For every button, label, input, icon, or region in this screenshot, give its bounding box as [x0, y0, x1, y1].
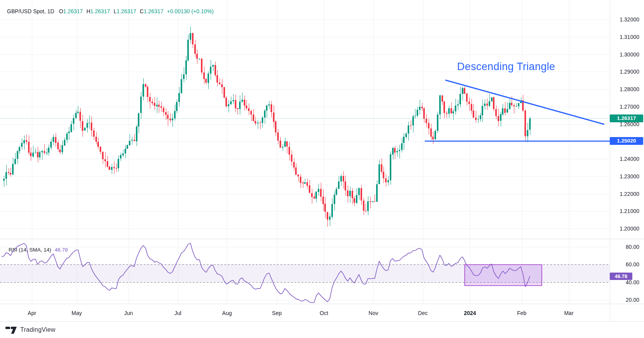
- price-tick-label: 1.30000: [592, 52, 639, 57]
- tradingview-logo-icon: [5, 326, 17, 334]
- price-tick-label: 1.28000: [592, 86, 639, 92]
- ohlc-token: O1.26317: [59, 8, 83, 14]
- rsi-tick-label: 80.00: [592, 244, 639, 250]
- rsi-value: 46.78: [55, 247, 68, 253]
- last-price-badge: 1.26317: [610, 114, 643, 122]
- brand-name: TradingView: [20, 326, 55, 333]
- time-tick-label: 2024: [464, 310, 476, 316]
- rsi-tick-label: 20.00: [592, 297, 639, 303]
- price-tick-label: 1.32000: [592, 17, 639, 22]
- rsi-tick-label: 40.00: [592, 280, 639, 285]
- time-tick-label: Apr: [28, 310, 36, 316]
- price-tick-label: 1.29000: [592, 69, 639, 74]
- price-tick-label: 1.31000: [592, 34, 639, 40]
- footer-logo[interactable]: TradingView: [5, 325, 55, 334]
- time-tick-label: Sep: [272, 310, 282, 316]
- symbol-title[interactable]: GBP/USD Spot, 1D: [7, 8, 54, 14]
- time-tick-label: Nov: [369, 310, 378, 316]
- time-tick-label: Aug: [222, 310, 232, 316]
- rsi-legend: RSI (14, SMA, 14)46.78: [9, 247, 68, 253]
- price-tick-label: 1.20000: [592, 226, 639, 231]
- time-tick-label: Jul: [174, 310, 181, 316]
- price-tick-label: 1.21000: [592, 208, 639, 214]
- price-tick-label: 1.22000: [592, 191, 639, 197]
- price-tick-label: 1.27000: [592, 104, 639, 109]
- time-tick-label: Jun: [124, 310, 133, 316]
- ohlc-token: L1.26317: [114, 8, 136, 14]
- support-price-badge: 1.25020: [610, 137, 643, 145]
- rsi-indicator-label[interactable]: RSI (14, SMA, 14): [9, 247, 51, 253]
- chart-canvas[interactable]: [0, 0, 644, 338]
- ohlc-token: H1.26317: [86, 8, 110, 14]
- price-tick-label: 1.24000: [592, 156, 639, 162]
- ohlc-token: C1.26317: [140, 8, 164, 14]
- time-tick-label: Dec: [418, 310, 428, 316]
- tradingview-chart: GBP/USD Spot, 1DO1.26317H1.26317L1.26317…: [0, 0, 644, 338]
- descending-triangle-label[interactable]: Descending Triangle: [457, 61, 555, 73]
- price-tick-label: 1.23000: [592, 174, 639, 179]
- time-tick-label: Feb: [517, 310, 526, 316]
- time-tick-label: Oct: [320, 310, 328, 316]
- rsi-value-badge: 46.78: [610, 273, 632, 280]
- time-tick-label: May: [72, 310, 82, 316]
- rsi-tick-label: 60.00: [592, 262, 639, 267]
- price-change: +0.00130 (+0.10%): [167, 8, 214, 14]
- time-tick-label: Mar: [564, 310, 574, 316]
- symbol-legend: GBP/USD Spot, 1DO1.26317H1.26317L1.26317…: [7, 8, 217, 14]
